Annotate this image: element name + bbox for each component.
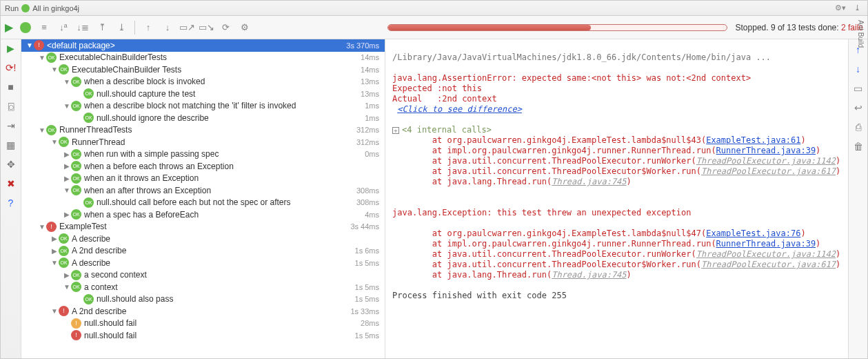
status-ok-icon bbox=[59, 258, 69, 268]
stop-icon[interactable]: ■ bbox=[5, 81, 17, 93]
collapse-icon[interactable]: ⤓ bbox=[115, 21, 128, 34]
test-time: 1ms bbox=[365, 101, 379, 110]
test-node[interactable]: ▶a second context bbox=[21, 269, 385, 282]
expand-arrow-icon[interactable]: ▶ bbox=[63, 211, 71, 218]
test-node[interactable]: ▼RunnerThread312ms bbox=[21, 136, 385, 148]
test-label: <default package> bbox=[47, 41, 341, 50]
settings-icon[interactable]: ⚙ bbox=[239, 21, 251, 34]
expand-arrow-icon[interactable]: ▶ bbox=[63, 162, 71, 170]
test-node[interactable]: ▶when a spec has a BeforeEach4ms bbox=[21, 208, 385, 221]
run-icon[interactable]: ▶ bbox=[5, 42, 17, 55]
expand-arrow-icon[interactable]: ▼ bbox=[63, 283, 71, 291]
next-icon[interactable]: ↓ bbox=[161, 21, 174, 34]
expand-icon[interactable]: ⤒ bbox=[96, 21, 108, 34]
expand-arrow-icon[interactable]: ▶ bbox=[63, 271, 71, 279]
test-node[interactable]: ▶A describe bbox=[21, 233, 385, 245]
test-node[interactable]: ▼ExecutableChainBuilder Tests14ms bbox=[21, 64, 385, 76]
test-node[interactable]: null.should call before each but not the… bbox=[21, 197, 385, 209]
sort-tree-icon[interactable]: ↓≣ bbox=[77, 21, 89, 34]
stack-link[interactable]: ThreadPoolExecutor.java:1142 bbox=[696, 156, 836, 166]
test-node[interactable]: null.should ignore the describe1ms bbox=[21, 112, 385, 124]
import-icon[interactable]: ▭↘ bbox=[200, 21, 212, 34]
test-node[interactable]: ▼when a describe block is invoked13ms bbox=[21, 76, 385, 88]
test-label: when a describe block is invoked bbox=[84, 77, 355, 86]
expand-arrow-icon[interactable]: ▼ bbox=[50, 66, 59, 73]
show-passed-icon[interactable]: ≡ bbox=[38, 21, 50, 34]
camera-icon[interactable]: ⌼ bbox=[5, 100, 17, 113]
test-label: null.should fail bbox=[84, 318, 355, 328]
prev-icon[interactable]: ↑ bbox=[142, 21, 154, 34]
fold-icon[interactable]: + bbox=[392, 127, 399, 134]
expand-arrow-icon[interactable]: ▼ bbox=[63, 78, 71, 86]
rerun-failed-icon[interactable]: ⟳! bbox=[5, 61, 17, 74]
expand-arrow-icon[interactable]: ▼ bbox=[38, 126, 46, 134]
test-node[interactable]: ▶A 2nd describe1s 6ms bbox=[21, 245, 385, 258]
stack-link[interactable]: ExampleTest.java:61 bbox=[706, 135, 800, 145]
status-error-icon bbox=[34, 40, 44, 50]
stack-link[interactable]: RunnerThread.java:39 bbox=[716, 146, 816, 155]
expand-arrow-icon[interactable]: ▶ bbox=[63, 175, 71, 182]
stack-link[interactable]: RunnerThread.java:39 bbox=[716, 239, 816, 249]
test-node[interactable]: ▶when an it throws an Exception bbox=[21, 173, 385, 185]
status-ok-icon bbox=[46, 52, 57, 63]
test-node[interactable]: ▼a context1s 5ms bbox=[21, 281, 385, 293]
test-node[interactable]: ▼RunnerThreadTests312ms bbox=[21, 124, 385, 137]
help-icon[interactable]: ? bbox=[5, 197, 17, 209]
status-ok-icon bbox=[59, 233, 69, 244]
test-node[interactable]: ▶when a before each throws an Exception bbox=[21, 160, 385, 173]
test-node[interactable]: ▼A describe1s 5ms bbox=[21, 257, 385, 269]
outer-right-rail[interactable]: Ant Build bbox=[853, 16, 868, 57]
trash-icon[interactable]: 🗑 bbox=[852, 140, 865, 153]
wrap-icon[interactable]: ↩ bbox=[852, 101, 865, 114]
test-node[interactable]: ▼A 2nd describe1s 33ms bbox=[21, 305, 385, 318]
expand-arrow-icon[interactable]: ▼ bbox=[38, 223, 46, 231]
expand-arrow-icon[interactable]: ▼ bbox=[50, 259, 59, 266]
gear-icon[interactable]: ⚙▾ bbox=[834, 2, 847, 14]
stack-link[interactable]: ThreadPoolExecutor.java:1142 bbox=[696, 249, 836, 259]
test-node[interactable]: null.should capture the test13ms bbox=[21, 88, 385, 100]
expand-arrow-icon[interactable]: ▼ bbox=[38, 54, 46, 61]
minimize-icon[interactable]: ⤓ bbox=[851, 2, 863, 14]
test-node[interactable]: null.should fail28ms bbox=[21, 318, 385, 330]
close-icon[interactable]: ✖ bbox=[5, 177, 17, 190]
layout-icon[interactable]: ⇥ bbox=[5, 119, 17, 132]
export-icon[interactable]: ▭ bbox=[852, 82, 865, 95]
history-icon[interactable]: ⟳ bbox=[219, 21, 232, 34]
run-button[interactable]: ▶ bbox=[5, 21, 13, 34]
console-output[interactable]: /Library/Java/JavaVirtualMachines/jdk1.8… bbox=[385, 39, 848, 358]
export-icon[interactable]: ▭↗ bbox=[181, 21, 193, 34]
expand-arrow-icon[interactable]: ▼ bbox=[26, 41, 34, 49]
test-node[interactable]: null.should fail1s 5ms bbox=[21, 329, 385, 342]
expand-arrow-icon[interactable]: ▼ bbox=[50, 307, 59, 315]
stack-link[interactable]: Thread.java:745 bbox=[552, 177, 626, 186]
diff-link[interactable]: <Click to see difference> bbox=[397, 104, 522, 114]
test-node[interactable]: ▼when an after throws an Exception308ms bbox=[21, 184, 385, 197]
test-node[interactable]: ▼ExampleTest3s 44ms bbox=[21, 221, 385, 233]
print-icon[interactable]: ⎙ bbox=[852, 121, 865, 133]
stack-link[interactable]: ExampleTest.java:76 bbox=[706, 229, 800, 238]
expand-arrow-icon[interactable]: ▶ bbox=[50, 247, 59, 255]
down-icon[interactable]: ↓ bbox=[852, 63, 865, 75]
expand-arrow-icon[interactable]: ▼ bbox=[63, 186, 71, 194]
stack-link[interactable]: ThreadPoolExecutor.java:617 bbox=[701, 260, 836, 269]
expand-arrow-icon[interactable]: ▼ bbox=[63, 102, 71, 110]
test-label: A 2nd describe bbox=[72, 246, 350, 255]
test-node[interactable]: ▼ExecutableChainBuilderTests14ms bbox=[21, 52, 385, 64]
stack-link[interactable]: Thread.java:745 bbox=[552, 270, 626, 280]
test-node[interactable]: ▼when a describe block not matching the … bbox=[21, 100, 385, 113]
test-node[interactable]: ▼<default package>3s 370ms bbox=[21, 39, 385, 52]
test-node[interactable]: ▶when run with a simple passing spec0ms bbox=[21, 148, 385, 161]
expand-arrow-icon[interactable]: ▶ bbox=[50, 235, 59, 242]
monitor-icon[interactable]: ▦ bbox=[5, 139, 17, 151]
test-time: 308ms bbox=[356, 186, 379, 195]
pin-icon[interactable]: ✥ bbox=[5, 158, 17, 171]
stack-link[interactable]: ThreadPoolExecutor.java:617 bbox=[701, 166, 836, 176]
expand-arrow-icon[interactable]: ▼ bbox=[50, 138, 59, 146]
status-ok-icon bbox=[46, 125, 57, 135]
test-node[interactable]: null.should also pass1s 5ms bbox=[21, 293, 385, 306]
test-tree[interactable]: ▼<default package>3s 370ms▼ExecutableCha… bbox=[21, 39, 385, 358]
status-ok-icon bbox=[71, 173, 81, 184]
ok-badge[interactable] bbox=[20, 22, 31, 33]
expand-arrow-icon[interactable]: ▶ bbox=[63, 151, 71, 158]
sort-icon[interactable]: ↓ª bbox=[57, 21, 70, 34]
